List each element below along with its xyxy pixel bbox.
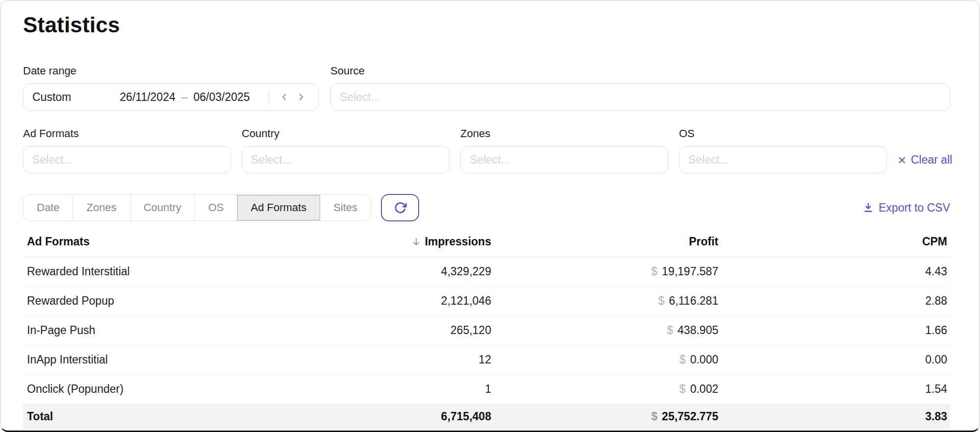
os-select[interactable] <box>679 146 887 173</box>
cell-impressions: 2,121,046 <box>394 287 491 316</box>
cell-profit: $0.002 <box>491 375 718 404</box>
cell-name: Onclick (Popunder) <box>23 375 394 404</box>
date-range-preset[interactable]: Custom <box>32 91 106 104</box>
table-row: InApp Interstitial 12 $0.000 0.00 <box>23 345 950 375</box>
currency-symbol: $ <box>679 383 686 395</box>
table-row: Rewarded Popup 2,121,046 $6,116.281 2.88 <box>23 287 950 316</box>
table-row: Onclick (Popunder) 1 $0.002 1.54 <box>23 375 950 404</box>
date-range-values: 26/11/2024 – 06/03/2025 <box>106 91 264 104</box>
source-input[interactable] <box>340 91 941 104</box>
total-label: Total <box>23 404 394 430</box>
os-input[interactable] <box>688 153 878 167</box>
refresh-button[interactable] <box>381 194 419 221</box>
cell-cpm: 1.66 <box>718 316 950 345</box>
table-row: In-Page Push 265,120 $438.905 1.66 <box>23 316 950 345</box>
country-label: Country <box>242 127 450 140</box>
currency-symbol: $ <box>651 265 657 278</box>
table-row: Rewarded Interstitial 4,329,229 $19,197.… <box>23 257 950 287</box>
os-filter-group: OS <box>679 127 887 173</box>
chevron-right-icon <box>296 92 306 102</box>
tab-country[interactable]: Country <box>130 195 195 220</box>
cell-impressions: 1 <box>394 375 491 404</box>
source-select[interactable] <box>330 83 950 111</box>
page-title: Statistics <box>23 13 950 37</box>
date-range-label: Date range <box>23 65 319 77</box>
cell-cpm: 0.00 <box>718 345 950 375</box>
cell-profit: $6,116.281 <box>491 287 718 316</box>
refresh-icon <box>394 201 407 215</box>
cell-impressions: 4,329,229 <box>394 257 491 287</box>
app-window: Statistics Date range Custom 26/11/2024 … <box>0 0 980 432</box>
download-icon <box>863 202 874 213</box>
table-header-row: Ad Formats Impressions Profit CPM <box>23 229 950 257</box>
cell-impressions: 12 <box>394 345 491 375</box>
chevron-left-icon <box>279 92 290 102</box>
cell-name: In-Page Push <box>23 316 394 345</box>
country-select[interactable] <box>242 146 450 173</box>
cell-profit: $0.000 <box>491 345 718 375</box>
currency-symbol: $ <box>658 294 665 307</box>
total-impressions: 6,715,408 <box>394 404 491 430</box>
column-header-cpm[interactable]: CPM <box>718 229 950 257</box>
close-icon <box>898 156 906 165</box>
country-input[interactable] <box>251 153 440 167</box>
ad-formats-label: Ad Formats <box>23 127 231 140</box>
cell-cpm: 2.88 <box>718 287 950 316</box>
cell-name: Rewarded Interstitial <box>23 257 394 287</box>
ad-formats-select[interactable] <box>23 146 231 173</box>
source-filter-group: Source <box>330 65 950 111</box>
tab-sites[interactable]: Sites <box>320 195 371 220</box>
date-control-divider <box>269 90 269 104</box>
clear-all-button[interactable]: Clear all <box>898 153 952 167</box>
cell-profit: $438.905 <box>491 316 718 345</box>
ad-formats-filter-group: Ad Formats <box>23 127 231 173</box>
tab-ad-formats[interactable]: Ad Formats <box>237 195 320 220</box>
currency-symbol: $ <box>667 324 673 336</box>
cell-name: Rewarded Popup <box>23 287 394 316</box>
date-next-button[interactable] <box>293 89 309 105</box>
date-range-picker[interactable]: Custom 26/11/2024 – 06/03/2025 <box>23 83 319 111</box>
date-prev-button[interactable] <box>276 89 293 105</box>
total-profit: $25,752.775 <box>491 404 718 430</box>
column-header-profit[interactable]: Profit <box>491 229 718 257</box>
total-cpm: 3.83 <box>718 404 950 430</box>
ad-formats-input[interactable] <box>32 153 222 167</box>
tabs-row: Date Zones Country OS Ad Formats Sites E… <box>23 194 950 221</box>
tab-os[interactable]: OS <box>195 195 238 220</box>
filters-row-1: Date range Custom 26/11/2024 – 06/03/202… <box>23 65 950 111</box>
country-filter-group: Country <box>242 127 450 173</box>
tab-date[interactable]: Date <box>24 195 73 220</box>
source-label: Source <box>330 65 950 77</box>
cell-cpm: 4.43 <box>718 257 950 287</box>
date-range-start[interactable]: 26/11/2024 <box>120 91 175 104</box>
currency-symbol: $ <box>679 353 686 366</box>
export-csv-button[interactable]: Export to CSV <box>863 201 950 215</box>
export-csv-label: Export to CSV <box>879 201 950 215</box>
clear-all-label: Clear all <box>911 153 952 167</box>
date-range-end[interactable]: 06/03/2025 <box>194 91 250 104</box>
cell-impressions: 265,120 <box>394 316 491 345</box>
cell-profit: $19,197.587 <box>491 257 718 287</box>
column-header-impressions[interactable]: Impressions <box>394 229 491 257</box>
filters-row-2: Ad Formats Country Zones OS <box>23 127 950 173</box>
column-header-ad-formats[interactable]: Ad Formats <box>23 229 394 257</box>
zones-filter-group: Zones <box>460 127 668 173</box>
group-by-tabs: Date Zones Country OS Ad Formats Sites <box>23 194 371 221</box>
cell-cpm: 1.54 <box>718 375 950 404</box>
date-range-separator: – <box>181 91 188 104</box>
tab-zones[interactable]: Zones <box>73 195 130 220</box>
table-total-row: Total 6,715,408 $25,752.775 3.83 <box>23 404 950 430</box>
zones-label: Zones <box>460 127 668 140</box>
cell-name: InApp Interstitial <box>23 345 394 375</box>
statistics-table: Ad Formats Impressions Profit CPM Reward… <box>23 229 950 430</box>
zones-select[interactable] <box>460 146 668 173</box>
os-label: OS <box>679 127 887 140</box>
zones-input[interactable] <box>470 153 659 167</box>
currency-symbol: $ <box>651 410 657 423</box>
date-range-group: Date range Custom 26/11/2024 – 06/03/202… <box>23 65 319 111</box>
sort-desc-icon <box>411 237 421 247</box>
